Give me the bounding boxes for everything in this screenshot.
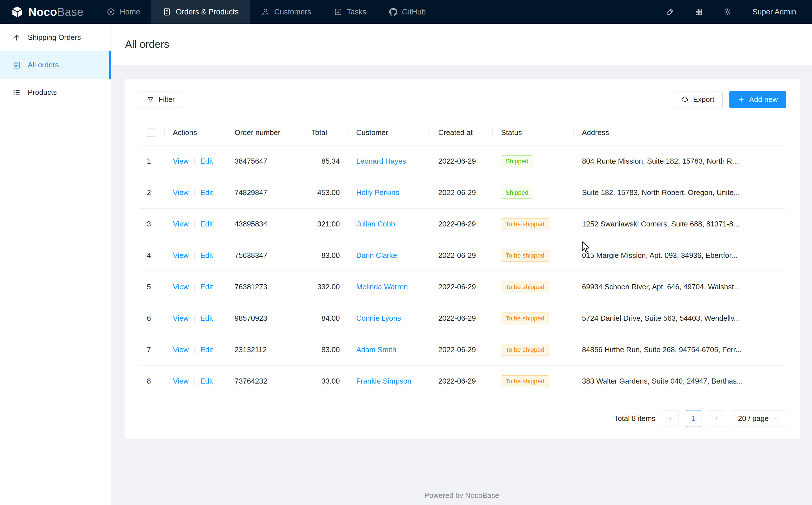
row-index-cell: 2 bbox=[139, 177, 165, 208]
address-cell: 1252 Swaniawski Corners, Suite 688, 8137… bbox=[574, 208, 786, 240]
total-cell: 84.00 bbox=[303, 303, 348, 334]
edit-link[interactable]: Edit bbox=[200, 220, 213, 228]
status-badge: To be shipped bbox=[501, 281, 549, 293]
edit-link[interactable]: Edit bbox=[200, 157, 213, 165]
edit-link[interactable]: Edit bbox=[200, 188, 213, 197]
created-at-cell: 2022-06-29 bbox=[430, 208, 493, 240]
view-link[interactable]: View bbox=[173, 314, 189, 322]
address-cell: 5724 Daniel Drive, Suite 563, 54403, Wen… bbox=[574, 303, 786, 334]
export-button[interactable]: Export bbox=[673, 91, 723, 108]
column-header-created-at: Created at bbox=[430, 120, 493, 146]
page-size-select[interactable]: 20 / page bbox=[732, 410, 786, 427]
actions-cell: ViewEdit bbox=[165, 303, 226, 334]
customer-link[interactable]: Frankie Simpson bbox=[356, 377, 412, 385]
row-index-cell: 1 bbox=[139, 146, 165, 177]
status-badge: To be shipped bbox=[501, 218, 549, 230]
sidebar-item-all-orders[interactable]: All orders bbox=[0, 51, 111, 79]
view-link[interactable]: View bbox=[173, 345, 189, 354]
customer-link[interactable]: Julian Cobb bbox=[356, 220, 395, 228]
edit-link[interactable]: Edit bbox=[200, 251, 213, 260]
address-cell: Suite 182, 15783, North Robert, Oregon, … bbox=[574, 177, 786, 208]
customer-cell: Connie Lyons bbox=[348, 303, 430, 334]
status-cell: To be shipped bbox=[493, 334, 574, 365]
order-number-cell: 76381273 bbox=[226, 271, 303, 303]
nocobase-logo[interactable]: NocoBase bbox=[0, 5, 95, 18]
created-at-cell: 2022-06-29 bbox=[430, 334, 493, 365]
total-cell: 332.00 bbox=[303, 271, 348, 303]
view-link[interactable]: View bbox=[173, 220, 189, 228]
customer-link[interactable]: Leonard Hayes bbox=[356, 157, 406, 165]
row-index-cell: 4 bbox=[139, 240, 165, 271]
nav-item-customers[interactable]: Customers bbox=[250, 0, 322, 24]
edit-link[interactable]: Edit bbox=[200, 345, 213, 354]
status-cell: To be shipped bbox=[493, 240, 574, 271]
pagination: Total 8 items 1 20 / page bbox=[139, 410, 786, 427]
view-link[interactable]: View bbox=[173, 251, 189, 260]
customer-link[interactable]: Connie Lyons bbox=[356, 314, 401, 322]
table-row: 1 ViewEdit 38475647 85.34 Leonard Hayes … bbox=[139, 146, 786, 177]
edit-link[interactable]: Edit bbox=[200, 283, 213, 291]
filter-button[interactable]: Filter bbox=[139, 91, 183, 108]
unordered-list-icon bbox=[12, 88, 21, 97]
highlighter-pen-icon[interactable] bbox=[666, 8, 674, 16]
view-link[interactable]: View bbox=[173, 377, 189, 385]
actions-cell: ViewEdit bbox=[165, 146, 226, 177]
customer-link[interactable]: Darin Clarke bbox=[356, 251, 397, 260]
customer-cell: Leonard Hayes bbox=[348, 146, 430, 177]
customer-link[interactable]: Holly Perkins bbox=[356, 188, 399, 197]
page-title: All orders bbox=[125, 38, 169, 50]
action-divider bbox=[194, 284, 195, 291]
nocobase-logo-icon bbox=[11, 5, 24, 18]
action-divider bbox=[194, 252, 195, 260]
nav-label: Tasks bbox=[347, 8, 366, 16]
actions-cell: ViewEdit bbox=[165, 208, 226, 240]
nav-item-home[interactable]: Home bbox=[95, 0, 152, 24]
customer-link[interactable]: Adam Smith bbox=[356, 345, 396, 354]
table-row: 7 ViewEdit 23132112 83.00 Adam Smith 202… bbox=[139, 334, 786, 365]
nav-label: Home bbox=[120, 8, 140, 16]
pagination-page-1[interactable]: 1 bbox=[686, 410, 702, 427]
status-cell: To be shipped bbox=[493, 365, 574, 397]
status-cell: Shipped bbox=[493, 177, 574, 208]
pagination-next-button[interactable] bbox=[709, 410, 724, 427]
action-divider bbox=[194, 221, 195, 228]
add-new-button[interactable]: Add new bbox=[729, 91, 786, 108]
status-cell: Shipped bbox=[493, 146, 574, 177]
nav-item-tasks[interactable]: Tasks bbox=[322, 0, 378, 24]
view-link[interactable]: View bbox=[173, 188, 189, 197]
user-icon bbox=[261, 8, 270, 16]
status-cell: To be shipped bbox=[493, 271, 574, 303]
main-nav: Home Orders & Products Customers Tasks G… bbox=[95, 0, 437, 24]
nav-label: Customers bbox=[274, 8, 311, 16]
customer-cell: Julian Cobb bbox=[348, 208, 430, 240]
status-badge: Shipped bbox=[501, 187, 533, 199]
nav-item-orders-products[interactable]: Orders & Products bbox=[152, 0, 250, 24]
customer-cell: Melinda Warren bbox=[348, 271, 430, 303]
row-index-cell: 8 bbox=[139, 365, 165, 397]
action-divider bbox=[194, 315, 195, 322]
settings-gear-icon[interactable] bbox=[724, 8, 732, 16]
nav-item-github[interactable]: GitHub bbox=[378, 0, 437, 24]
sidebar-item-products[interactable]: Products bbox=[0, 79, 111, 106]
column-header-customer: Customer bbox=[348, 120, 430, 146]
customer-link[interactable]: Melinda Warren bbox=[356, 283, 408, 291]
sidebar-item-label: Products bbox=[28, 88, 57, 97]
orders-document-icon bbox=[163, 8, 171, 16]
address-cell: 015 Margie Mission, Apt. 093, 34936, Ebe… bbox=[574, 240, 786, 271]
github-icon bbox=[389, 8, 397, 16]
edit-link[interactable]: Edit bbox=[200, 377, 213, 385]
order-number-cell: 38475647 bbox=[226, 146, 303, 177]
plugins-grid-icon[interactable] bbox=[695, 8, 703, 16]
status-badge: To be shipped bbox=[501, 250, 549, 262]
sidebar-item-shipping-orders[interactable]: Shipping Orders bbox=[0, 24, 111, 51]
view-link[interactable]: View bbox=[173, 283, 189, 291]
select-all-checkbox[interactable] bbox=[147, 129, 155, 137]
export-cloud-icon bbox=[681, 96, 689, 104]
current-user[interactable]: Super Admin bbox=[752, 8, 796, 16]
column-header-select bbox=[139, 120, 165, 146]
total-cell: 33.00 bbox=[303, 365, 348, 397]
pagination-prev-button[interactable] bbox=[663, 410, 679, 427]
edit-link[interactable]: Edit bbox=[200, 314, 213, 322]
view-link[interactable]: View bbox=[173, 157, 189, 165]
created-at-cell: 2022-06-29 bbox=[430, 240, 493, 271]
